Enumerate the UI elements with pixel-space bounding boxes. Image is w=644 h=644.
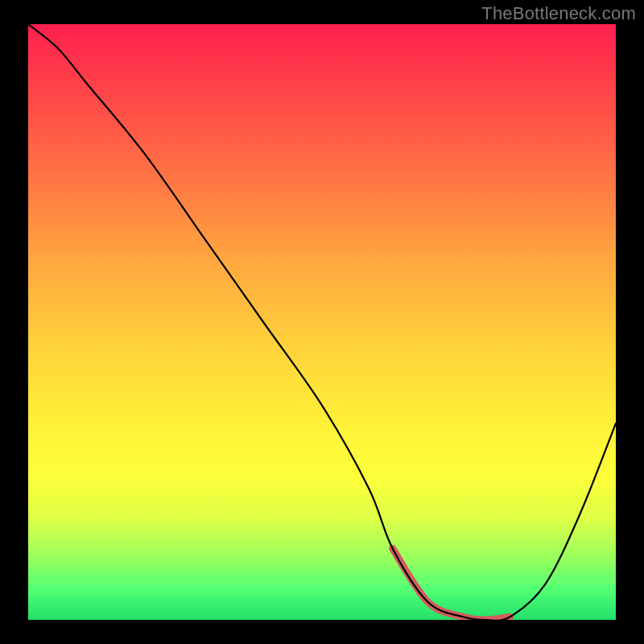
plot-area	[28, 24, 616, 620]
watermark-text: TheBottleneck.com	[481, 3, 636, 24]
curve-svg	[28, 24, 616, 620]
chart-frame: TheBottleneck.com	[0, 0, 644, 644]
bottleneck-curve-line	[28, 24, 616, 620]
optimal-range-highlight	[393, 548, 510, 620]
